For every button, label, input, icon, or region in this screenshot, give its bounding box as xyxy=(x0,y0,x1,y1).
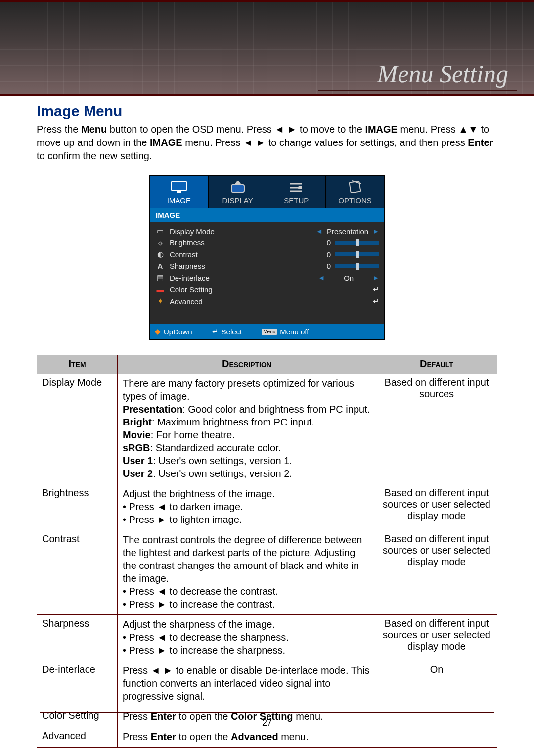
left-arrow-icon[interactable]: ◄ xyxy=(316,227,323,235)
osd-tab-display[interactable]: DISPLAY xyxy=(209,176,267,208)
osd-tab-setup[interactable]: SETUP xyxy=(267,176,326,208)
cell-default: Based on different input sources or user… xyxy=(376,615,497,661)
up-down-arrows-icon: ▲▼ xyxy=(458,124,478,135)
mode-name: User 2 xyxy=(123,468,153,479)
osd-row-value: Presentation xyxy=(327,227,368,236)
header-description: Description xyxy=(118,355,376,374)
osd-row-sharpness[interactable]: A Sharpness 0 xyxy=(155,260,379,272)
svg-rect-2 xyxy=(231,185,244,192)
osd-footer-label: UpDown xyxy=(164,328,192,336)
osd-row-label: Contrast xyxy=(170,250,291,259)
color-setting-icon: ▬ xyxy=(155,285,166,294)
cell-description: Adjust the sharpness of the image. • Pre… xyxy=(118,615,376,661)
left-right-arrows-icon: ◄ ► xyxy=(243,137,266,148)
header-item: Item xyxy=(37,355,118,374)
osd-row-advanced[interactable]: ✦ Advanced ↵ xyxy=(155,295,379,307)
cell-description: Adjust the brightness of the image. • Pr… xyxy=(118,484,376,530)
intro-image-word: IMAGE xyxy=(150,137,182,148)
osd-row-color-setting[interactable]: ▬ Color Setting ↵ xyxy=(155,284,379,295)
osd-footer-label: Select xyxy=(222,328,242,336)
slider-knob[interactable] xyxy=(356,239,359,246)
intro-text: button to open the OSD menu. Press xyxy=(110,124,275,135)
page-heading: Image Menu xyxy=(37,103,497,120)
mode-name: Movie xyxy=(123,429,151,440)
cell-item: Sharpness xyxy=(37,615,118,661)
cell-item: Advanced xyxy=(37,727,118,748)
slider-knob[interactable] xyxy=(356,251,359,258)
osd-row-contrast[interactable]: ◐ Contrast 0 xyxy=(155,248,379,260)
osd-row-value: 0 xyxy=(324,250,331,259)
desc-bold: Advanced xyxy=(231,731,278,742)
enter-icon: ↵ xyxy=(212,327,219,336)
slider-track[interactable] xyxy=(335,264,379,268)
desc-text: • Press ◄ to decrease the sharpness. xyxy=(123,632,289,643)
cell-default: Based on different input sources xyxy=(376,374,497,484)
page-banner: Menu Setting xyxy=(0,0,534,96)
osd-tab-label: OPTIONS xyxy=(338,196,372,205)
enter-icon: ↵ xyxy=(373,297,379,306)
mode-text: : Standardized accurate color. xyxy=(150,442,281,453)
intro-text: menu. Press xyxy=(400,124,459,135)
intro-text: menu. Press xyxy=(185,137,243,148)
intro-text: to confirm the new setting. xyxy=(37,150,152,161)
osd-tab-label: SETUP xyxy=(284,196,309,205)
cell-default: Based on different input sources or user… xyxy=(376,484,497,530)
osd-section-header: IMAGE xyxy=(150,208,384,222)
cell-item: Brightness xyxy=(37,484,118,530)
page-content: Image Menu Press the Menu button to open… xyxy=(0,96,534,748)
desc-text: Press ◄ ► to enable or disable De-interl… xyxy=(123,665,369,702)
desc-text: • Press ◄ to decrease the contrast. xyxy=(123,586,278,597)
osd-row-list: ▭ Display Mode ◄ Presentation ► ☼ Bright… xyxy=(150,222,384,324)
right-arrow-icon[interactable]: ► xyxy=(372,274,379,282)
svg-point-6 xyxy=(298,186,302,189)
osd-tab-options[interactable]: OPTIONS xyxy=(326,176,384,208)
desc-text: • Press ◄ to darken image. xyxy=(123,501,243,512)
desc-text: There are many factory presets optimized… xyxy=(123,378,354,402)
osd-row-value: 0 xyxy=(324,238,331,247)
right-arrow-icon[interactable]: ► xyxy=(372,227,379,235)
table-row: Brightness Adjust the brightness of the … xyxy=(37,484,497,530)
osd-row-label: Color Setting xyxy=(170,285,291,294)
osd-row-label: De-interlace xyxy=(170,274,291,282)
cell-default: On xyxy=(376,661,497,707)
desc-text: • Press ► to lighten image. xyxy=(123,514,242,525)
left-arrow-icon[interactable]: ◄ xyxy=(318,274,325,282)
cell-description: The contrast controls the degree of diff… xyxy=(118,530,376,615)
settings-description-table: Item Description Default Display Mode Th… xyxy=(37,355,497,748)
slider-track[interactable] xyxy=(335,241,379,245)
slider-track[interactable] xyxy=(335,252,379,256)
desc-text: Press xyxy=(123,731,151,742)
osd-row-deinterlace[interactable]: ▤ De-interlace ◄ On ► xyxy=(155,272,379,284)
mode-name: sRGB xyxy=(123,442,150,453)
contrast-icon: ◐ xyxy=(155,250,166,259)
left-right-arrows-icon: ◄ ► xyxy=(274,124,297,135)
slider-knob[interactable] xyxy=(356,263,359,270)
cell-item: Contrast xyxy=(37,530,118,615)
intro-text: to move to the xyxy=(300,124,365,135)
intro-paragraph: Press the Menu button to open the OSD me… xyxy=(37,123,497,163)
osd-row-label: Display Mode xyxy=(170,227,291,236)
table-row: Contrast The contrast controls the degre… xyxy=(37,530,497,615)
osd-row-brightness[interactable]: ☼ Brightness 0 xyxy=(155,237,379,248)
osd-tab-image[interactable]: IMAGE xyxy=(150,176,209,208)
osd-tab-bar: IMAGE DISPLAY xyxy=(150,176,384,208)
desc-text: menu. xyxy=(281,731,309,742)
desc-text: • Press ► to increase the contrast. xyxy=(123,599,275,610)
mode-text: : User's own settings, version 2. xyxy=(153,468,292,479)
cell-item: Display Mode xyxy=(37,374,118,484)
updown-icon: ◆ xyxy=(155,327,161,336)
sharpness-icon: A xyxy=(155,262,166,270)
brightness-icon: ☼ xyxy=(155,238,166,247)
mode-name: Bright xyxy=(123,417,152,427)
footer-rule xyxy=(40,712,494,713)
svg-rect-1 xyxy=(177,191,181,193)
osd-row-display-mode[interactable]: ▭ Display Mode ◄ Presentation ► xyxy=(155,225,379,237)
table-header-row: Item Description Default xyxy=(37,355,497,374)
mode-text: : For home theatre. xyxy=(151,429,235,440)
intro-image-word: IMAGE xyxy=(365,124,398,135)
table-row: Sharpness Adjust the sharpness of the im… xyxy=(37,615,497,661)
table-row: Display Mode There are many factory pres… xyxy=(37,374,497,484)
cell-item: De-interlace xyxy=(37,661,118,707)
menu-button-icon: Menu xyxy=(262,329,277,335)
deinterlace-icon: ▤ xyxy=(155,273,166,282)
